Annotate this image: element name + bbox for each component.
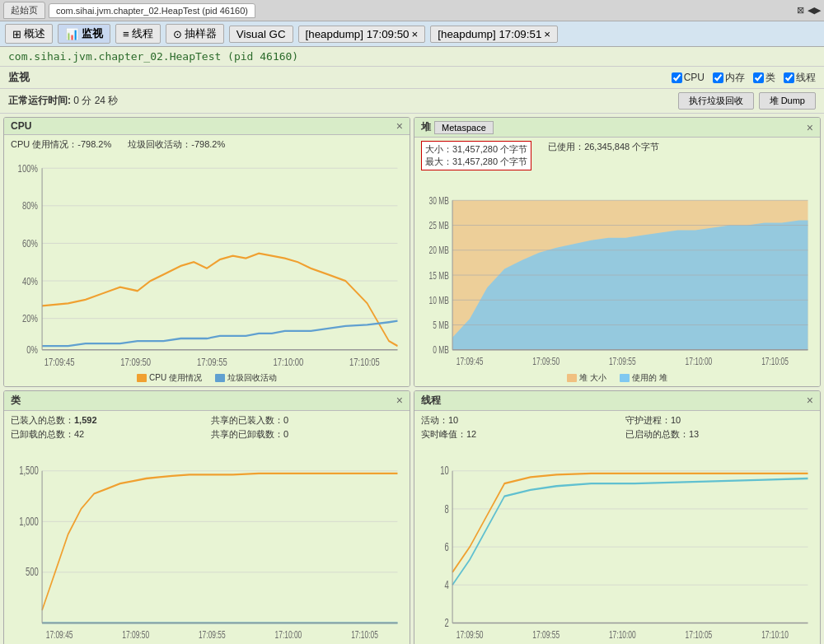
heap-panel-title: 堆 Metaspace [421,120,494,134]
checkbox-cpu[interactable]: CPU [672,72,705,83]
cpu-chart: 100% 80% 60% 40% 20% 0% 17:09:45 17:09:5… [4,154,410,371]
svg-text:15 MB: 15 MB [429,270,449,281]
svg-text:17:09:50: 17:09:50 [120,356,151,368]
heap-legend-color-used [620,374,630,382]
close-icon[interactable]: ⊠ [797,5,804,16]
thread-panel-title: 线程 [421,394,441,408]
checkbox-class[interactable]: 类 [753,71,775,85]
heap-dump-button[interactable]: 堆 Dump [759,92,816,110]
class-panel-title: 类 [11,394,21,408]
svg-text:2: 2 [445,616,449,629]
cpu-legend-color-usage [137,374,147,382]
tab-start[interactable]: 起始页 [3,2,45,19]
svg-text:10: 10 [440,464,449,477]
class-panel-header: 类 × [4,391,410,411]
heap-panel: 堆 Metaspace × 大小：31,457,280 个字节 最大：31,45… [414,117,821,387]
toolbar-thread[interactable]: ≡ 线程 [115,24,161,44]
svg-text:17:10:10: 17:10:10 [761,628,789,640]
svg-text:17:10:05: 17:10:05 [351,628,378,640]
class-chart: 1,500 1,000 500 17:09:45 17:09:50 17:09:… [4,444,410,644]
svg-text:17:09:45: 17:09:45 [44,356,75,368]
cpu-panel-title: CPU [11,120,31,132]
thread-panel-header: 线程 × [414,391,820,411]
gc-button[interactable]: 执行垃圾回收 [678,92,754,110]
svg-text:25 MB: 25 MB [429,221,449,231]
thread-total-stat: 已启动的总数：13 [625,428,813,441]
class-panel-stats: 已装入的总数：1,592 共享的已装入数：0 已卸载的总数：42 共享的已卸载数… [4,411,410,444]
svg-text:10 MB: 10 MB [429,295,449,306]
svg-text:17:09:55: 17:09:55 [199,628,226,640]
checkbox-thread[interactable]: 线程 [784,71,816,85]
svg-text:0%: 0% [26,343,38,355]
cpu-panel-close[interactable]: × [396,120,403,132]
metaspace-button[interactable]: Metaspace [434,121,494,134]
sampler-icon: ⊙ [173,28,182,40]
monitor-checkboxes: CPU 内存 类 线程 [672,71,816,85]
monitor-title: 监视 [8,70,30,85]
svg-text:8: 8 [445,502,450,515]
svg-text:17:10:00: 17:10:00 [686,357,713,367]
svg-text:17:10:05: 17:10:05 [349,356,380,368]
toolbar: ⊞ 概述 📊 监视 ≡ 线程 ⊙ 抽样器 Visual GC [heapdump… [0,21,824,47]
svg-text:30 MB: 30 MB [429,195,449,206]
heap-used: 已使用：26,345,848 个字节 [548,141,659,170]
class-panel-close[interactable]: × [396,394,403,406]
svg-text:6: 6 [445,539,450,553]
thread-panel-stats: 活动：10 守护进程：10 实时峰值：12 已启动的总数：13 [414,411,820,444]
svg-text:17:09:45: 17:09:45 [46,628,73,640]
heap-max: 最大：31,457,280 个字节 [425,156,527,168]
svg-text:17:10:00: 17:10:00 [275,628,302,640]
uptime-text: 正常运行时间: 0 分 24 秒 [8,94,118,108]
gc-activity-stat: 垃圾回收活动：-798.2% [128,138,225,151]
cpu-panel-stats: CPU 使用情况：-798.2% 垃圾回收活动：-798.2% [4,135,410,154]
cpu-panel: CPU × CPU 使用情况：-798.2% 垃圾回收活动：-798.2% 10… [3,117,410,387]
heap-chart: 30 MB 25 MB 20 MB 15 MB 10 MB 5 MB 0 MB … [414,174,820,371]
svg-text:17:09:45: 17:09:45 [456,357,484,367]
thread-peak-stat: 实时峰值：12 [421,428,609,441]
svg-text:17:10:05: 17:10:05 [686,628,713,640]
toolbar-heapdump1[interactable]: [heapdump] 17:09:50 × [298,26,426,43]
heap-legend-color-size [567,374,577,382]
toolbar-overview[interactable]: ⊞ 概述 [5,24,53,44]
thread-chart: 10 8 6 4 2 17:09:50 17:09:55 17:10:00 17… [414,444,820,644]
class-shared-unloaded-stat: 共享的已卸载数：0 [211,428,403,441]
svg-text:60%: 60% [22,236,38,249]
svg-text:500: 500 [26,565,39,578]
svg-text:20%: 20% [22,311,38,324]
app-header: com.sihai.jvm.chapter_02.HeapTest (pid 4… [0,47,824,67]
svg-text:20 MB: 20 MB [429,245,449,256]
thread-icon: ≡ [123,28,129,40]
toolbar-visual-gc[interactable]: Visual GC [229,26,293,43]
monitor-icon: 📊 [65,28,79,40]
toolbar-sampler[interactable]: ⊙ 抽样器 [166,24,224,44]
heap-svg: 30 MB 25 MB 20 MB 15 MB 10 MB 5 MB 0 MB … [418,175,817,369]
tab-main[interactable]: com.sihai.jvm.chapter_02.HeapTest (pid 4… [49,3,255,18]
cpu-svg: 100% 80% 60% 40% 20% 0% 17:09:45 17:09:5… [7,156,406,369]
cpu-legend-gc: 垃圾回收活动 [215,372,277,384]
heap-legend: 堆 大小 使用的 堆 [414,371,820,386]
svg-text:17:09:55: 17:09:55 [609,357,636,367]
heapdump1-close[interactable]: × [412,28,419,40]
class-unloaded-stat: 已卸载的总数：42 [11,428,203,441]
svg-text:17:10:00: 17:10:00 [609,628,636,640]
thread-panel: 线程 × 活动：10 守护进程：10 实时峰值：12 已启动的总数：13 10 … [414,390,821,645]
svg-text:1,500: 1,500 [19,464,39,477]
thread-svg: 10 8 6 4 2 17:09:50 17:09:55 17:10:00 17… [418,446,817,642]
heap-panel-header: 堆 Metaspace × [414,118,820,138]
heap-legend-used: 使用的 堆 [620,372,667,384]
toolbar-monitor[interactable]: 📊 监视 [58,24,110,44]
svg-text:17:09:55: 17:09:55 [532,628,559,640]
svg-text:17:10:00: 17:10:00 [273,356,303,368]
heap-panel-close[interactable]: × [807,122,813,133]
thread-panel-close[interactable]: × [807,394,813,406]
thread-active-stat: 活动：10 [421,414,609,427]
toolbar-heapdump2[interactable]: [heapdump] 17:09:51 × [430,26,558,43]
heapdump2-close[interactable]: × [544,28,550,40]
class-panel: 类 × 已装入的总数：1,592 共享的已装入数：0 已卸载的总数：42 共享的… [3,390,410,645]
thread-daemon-stat: 守护进程：10 [625,414,813,427]
class-svg: 1,500 1,000 500 17:09:45 17:09:50 17:09:… [7,446,406,642]
checkbox-memory[interactable]: 内存 [713,71,745,85]
title-bar: 起始页 com.sihai.jvm.chapter_02.HeapTest (p… [0,0,824,21]
cpu-panel-header: CPU × [4,118,410,135]
monitor-bar: 监视 CPU 内存 类 线程 [0,67,824,89]
